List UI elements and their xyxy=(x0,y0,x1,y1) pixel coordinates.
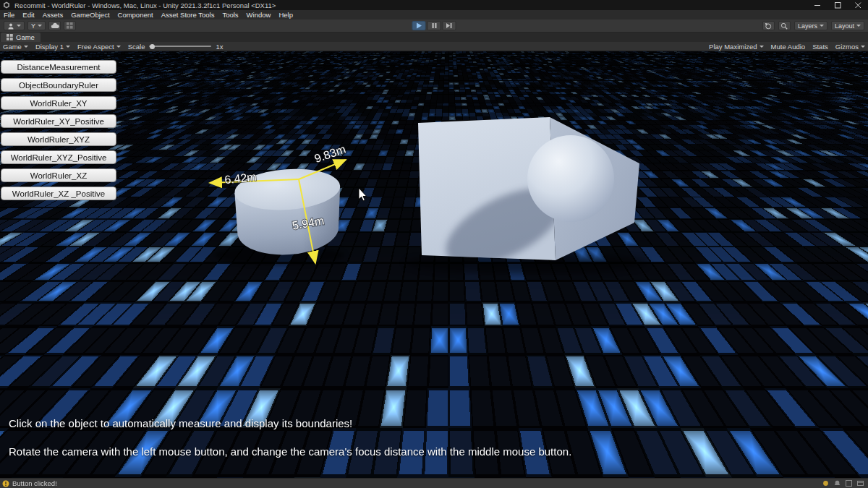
game-toolbar-right: Play Maximized Mute Audio Stats Gizmos xyxy=(709,43,865,51)
window-controls xyxy=(807,0,868,10)
console-icon[interactable] xyxy=(857,480,864,487)
tab-game[interactable]: Game xyxy=(1,33,41,42)
distance-measurement-button[interactable]: DistanceMeasurement xyxy=(1,60,116,74)
menu-item-help[interactable]: Help xyxy=(278,11,293,19)
mute-audio-toggle[interactable]: Mute Audio xyxy=(771,43,806,51)
layers-dropdown[interactable]: Layers xyxy=(794,21,827,30)
layout-dropdown[interactable]: Layout xyxy=(831,21,864,30)
aspect-label: Free Aspect xyxy=(77,43,114,51)
worldruler-xy-button[interactable]: WorldRuler_XY xyxy=(1,96,116,110)
scale-slider-knob[interactable] xyxy=(150,44,155,49)
play-maximized-label: Play Maximized xyxy=(709,43,757,51)
object-boundary-ruler-button[interactable]: ObjectBoundaryRuler xyxy=(1,78,116,92)
pause-icon xyxy=(431,22,437,29)
unity-logo-icon xyxy=(3,1,10,9)
gizmos-dropdown[interactable]: Gizmos xyxy=(835,43,865,51)
game-toolbar-left: Game Display 1 Free Aspect Scale 1x xyxy=(3,43,223,51)
history-icon xyxy=(765,22,772,30)
toolbar-left-group: Y xyxy=(4,21,76,30)
game-view-toolbar: Game Display 1 Free Aspect Scale 1x Play… xyxy=(0,42,868,51)
menu-item-file[interactable]: File xyxy=(4,11,14,19)
menu-item-assets[interactable]: Assets xyxy=(43,11,64,19)
version-dropdown[interactable]: Y xyxy=(27,21,46,30)
worldruler-xz-positive-button[interactable]: WorldRuler_XZ _Positive xyxy=(1,187,116,200)
cloud-icon xyxy=(51,22,59,29)
window-title: Recommit - WorldRuler - Windows, Mac, Li… xyxy=(14,1,276,9)
worldruler-xz-button[interactable]: WorldRuler_XZ xyxy=(1,168,116,182)
menu-item-tools[interactable]: Tools xyxy=(222,11,238,19)
chevron-down-icon xyxy=(760,46,764,48)
gizmos-label: Gizmos xyxy=(835,43,859,51)
scale-value: 1x xyxy=(216,43,223,51)
worldruler-xyz-positive-button[interactable]: WorldRuler_XYZ_Positive xyxy=(1,150,116,164)
mouse-cursor xyxy=(359,188,367,201)
toolbar-right-group: Layers Layout xyxy=(762,21,864,30)
play-icon xyxy=(416,22,422,29)
play-maximized-dropdown[interactable]: Play Maximized xyxy=(709,43,764,51)
minimize-icon xyxy=(814,2,821,9)
minimize-button[interactable] xyxy=(807,0,827,10)
display-dropdown[interactable]: Display 1 xyxy=(35,43,70,51)
maximize-icon xyxy=(835,2,841,9)
display-target-dropdown[interactable]: Game xyxy=(3,43,28,51)
chevron-down-icon xyxy=(17,25,21,27)
unity-editor-window: Recommit - WorldRuler - Windows, Mac, Li… xyxy=(0,0,868,488)
display-target-label: Game xyxy=(3,43,22,51)
play-button[interactable] xyxy=(412,21,426,30)
play-controls xyxy=(412,21,456,30)
pause-button[interactable] xyxy=(427,21,441,30)
status-bar: Button clicked! xyxy=(0,478,868,488)
ruler-button-panel: DistanceMeasurement ObjectBoundaryRuler … xyxy=(1,60,116,200)
search-button[interactable] xyxy=(778,21,791,30)
account-button[interactable] xyxy=(4,21,25,30)
bell-icon[interactable] xyxy=(834,480,841,487)
game-viewport[interactable]: 6.42m 9.83m 5.94m DistanceMeasurement Ob… xyxy=(0,51,868,478)
tab-game-label: Game xyxy=(16,33,35,41)
cache-server-icon[interactable] xyxy=(846,480,852,487)
chevron-down-icon xyxy=(66,46,70,48)
close-icon xyxy=(855,2,861,9)
stats-toggle[interactable]: Stats xyxy=(812,43,828,51)
aspect-dropdown[interactable]: Free Aspect xyxy=(77,43,121,51)
chevron-down-icon xyxy=(856,25,861,27)
chevron-down-icon xyxy=(820,25,824,27)
status-message-area[interactable]: Button clicked! xyxy=(2,479,57,487)
chevron-down-icon xyxy=(861,46,865,48)
scale-label: Scale xyxy=(128,43,145,51)
layout-label: Layout xyxy=(835,22,854,30)
menu-item-component[interactable]: Component xyxy=(118,11,153,19)
warning-icon xyxy=(2,480,9,487)
instruction-line-2: Rotate the camera with the left mouse bu… xyxy=(9,445,571,458)
menu-item-window[interactable]: Window xyxy=(247,11,271,19)
chevron-down-icon xyxy=(38,25,42,27)
person-icon xyxy=(7,22,14,30)
grid-snap-button[interactable] xyxy=(64,21,76,30)
worldruler-xyz-button[interactable]: WorldRuler_XYZ xyxy=(1,132,116,146)
close-button[interactable] xyxy=(848,0,868,10)
sphere-object[interactable] xyxy=(527,135,614,222)
game-view-icon xyxy=(7,34,13,40)
undo-history-button[interactable] xyxy=(762,21,775,30)
maximize-button[interactable] xyxy=(827,0,848,10)
scale-slider-track[interactable] xyxy=(149,46,211,47)
3d-scene: 6.42m 9.83m 5.94m xyxy=(0,51,868,478)
menu-item-asset-store-tools[interactable]: Asset Store Tools xyxy=(161,11,215,19)
step-icon xyxy=(446,22,453,29)
step-button[interactable] xyxy=(443,21,456,30)
main-toolbar: Y xyxy=(0,20,868,33)
scale-slider[interactable]: Scale 1x xyxy=(128,43,224,51)
grid-icon xyxy=(67,22,73,29)
search-icon xyxy=(780,22,788,30)
progress-icon[interactable] xyxy=(822,480,829,487)
chevron-down-icon xyxy=(116,46,121,48)
menu-item-gameobject[interactable]: GameObject xyxy=(71,11,109,19)
status-message: Button clicked! xyxy=(12,479,57,487)
tab-strip: Game xyxy=(0,33,868,42)
version-label: Y xyxy=(31,22,35,30)
worldruler-xy-positive-button[interactable]: WorldRuler_XY_Positive xyxy=(1,114,116,128)
chevron-down-icon xyxy=(24,46,28,48)
cloud-services-button[interactable] xyxy=(48,21,61,30)
instruction-line-1: Click on the object to automatically mea… xyxy=(9,417,352,429)
menu-bar: File Edit Assets GameObject Component As… xyxy=(0,10,868,20)
menu-item-edit[interactable]: Edit xyxy=(22,11,34,19)
